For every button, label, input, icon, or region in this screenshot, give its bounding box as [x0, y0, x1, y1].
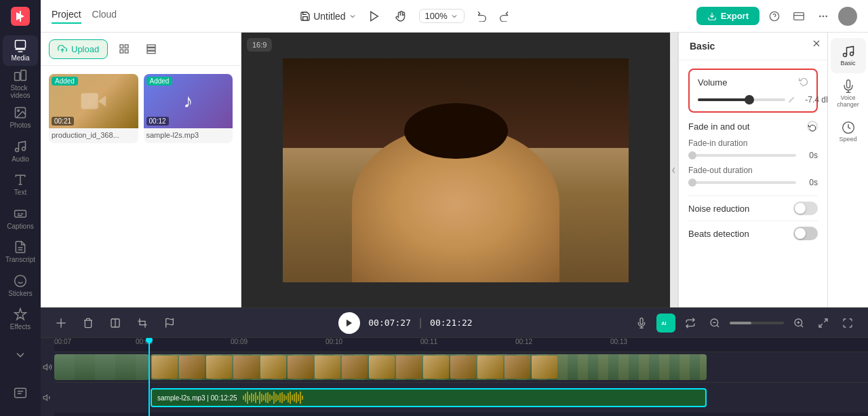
- help-btn[interactable]: [765, 7, 784, 26]
- volume-value: -7.4 dB: [797, 95, 827, 105]
- sidebar-captions-label: Captions: [7, 223, 33, 230]
- sidebar-stock-label: Stockvideos: [11, 84, 31, 99]
- preview-video: [283, 58, 629, 282]
- timeline-play-btn[interactable]: [338, 312, 360, 334]
- volume-label: Volume: [698, 77, 808, 88]
- noise-reduction-row: Noise reduction: [688, 195, 818, 221]
- video-clip-1[interactable]: [54, 354, 149, 380]
- user-avatar[interactable]: [838, 7, 857, 26]
- tab-cloud[interactable]: Cloud: [92, 9, 117, 24]
- svg-marker-14: [370, 12, 378, 21]
- track-ruler: 00:07 00:08 00:09 00:10 00:11 00:12 00:1…: [54, 338, 868, 352]
- sidebar-item-audio[interactable]: Audio: [3, 136, 38, 167]
- split-tool[interactable]: [106, 314, 125, 333]
- aspect-ratio-btn[interactable]: 16:9: [247, 38, 272, 52]
- undo-btn[interactable]: [473, 7, 492, 26]
- fade-section: Fade in and out Fade-in duration 0s: [688, 121, 818, 187]
- video-clip-main[interactable]: [151, 354, 707, 380]
- flag-tool[interactable]: [160, 314, 179, 333]
- sidebar-item-media[interactable]: Media: [3, 35, 38, 67]
- list-view-btn[interactable]: [140, 38, 162, 60]
- sidebar-item-transcript[interactable]: Transcript: [3, 237, 38, 268]
- transition-btn[interactable]: [681, 314, 700, 333]
- sidebar-subtitles-btn[interactable]: [3, 375, 38, 411]
- rt-speed-label: Speed: [839, 136, 856, 143]
- media-panel-header: Upload: [41, 33, 241, 66]
- zoom-in-btn[interactable]: [789, 314, 808, 333]
- svg-rect-9: [15, 210, 26, 217]
- svg-point-21: [823, 15, 825, 17]
- volume-slider-row: -7.4 dB: [698, 95, 808, 105]
- panel-header: Basic: [679, 33, 827, 60]
- zoom-out-btn[interactable]: [705, 314, 724, 333]
- sidebar-item-effects[interactable]: Effects: [3, 304, 38, 335]
- media-item-video[interactable]: Added 00:21 production_id_368...: [49, 74, 138, 143]
- more-btn[interactable]: [814, 7, 833, 26]
- topbar-tabs: Project Cloud: [52, 9, 117, 24]
- track-label-col: [41, 338, 54, 416]
- sidebar-item-stickers[interactable]: Stickers: [3, 270, 38, 301]
- collapse-icon: [671, 165, 677, 176]
- fit-btn[interactable]: [838, 314, 857, 333]
- preview-canvas: [241, 33, 670, 307]
- basic-icon: [842, 45, 855, 58]
- sidebar-text-label: Text: [14, 189, 26, 196]
- crop-tool[interactable]: [133, 314, 152, 333]
- properties-close-btn[interactable]: [811, 38, 822, 52]
- sidebar-item-captions[interactable]: Captions: [3, 203, 38, 234]
- microphone-btn[interactable]: [632, 314, 651, 333]
- ai-icon: AI: [660, 318, 671, 328]
- fade-in-slider[interactable]: [688, 154, 796, 157]
- left-sidebar: Media Stockvideos Photos Audio Text Capt…: [0, 0, 41, 416]
- project-name[interactable]: Untitled: [300, 11, 356, 22]
- tab-project[interactable]: Project: [52, 9, 81, 24]
- svg-point-7: [16, 148, 19, 151]
- media-item-audio[interactable]: ♪ Added 00:12 sample-l2s.mp3: [144, 74, 233, 143]
- ai-btn[interactable]: AI: [656, 314, 675, 333]
- sidebar-item-stock[interactable]: Stockvideos: [3, 69, 38, 100]
- rt-item-voice-changer[interactable]: Voice changer: [831, 76, 866, 111]
- delete-tool[interactable]: [79, 314, 98, 333]
- volume-diamond-btn[interactable]: [789, 97, 794, 102]
- preview-play-btn[interactable]: [365, 7, 384, 26]
- sidebar-item-text[interactable]: Text: [3, 170, 38, 201]
- redo-btn[interactable]: [494, 7, 513, 26]
- pan-tool-btn[interactable]: [392, 7, 411, 26]
- media-thumb-video: Added 00:21: [49, 74, 138, 128]
- ruler-mark-4: 00:11: [420, 338, 437, 345]
- fade-toggle-row: Fade in and out: [688, 121, 818, 132]
- volume-slider[interactable]: [698, 98, 785, 101]
- timeline-tracks: 00:07 00:08 00:09 00:10 00:11 00:12 00:1…: [41, 338, 868, 416]
- svg-rect-30: [147, 51, 155, 53]
- fade-in-row: Fade-in duration 0s: [688, 138, 818, 160]
- zoom-control[interactable]: 100%: [419, 9, 465, 23]
- fade-out-slider[interactable]: [688, 181, 796, 184]
- export-btn[interactable]: Export: [696, 7, 760, 25]
- trim-tool[interactable]: [52, 314, 71, 333]
- fullscreen-btn[interactable]: [814, 314, 833, 333]
- svg-rect-13: [15, 388, 26, 397]
- settings-btn[interactable]: [789, 7, 808, 26]
- beats-detection-toggle[interactable]: [793, 227, 818, 240]
- svg-rect-41: [140, 321, 145, 324]
- video-track-row: [54, 352, 868, 382]
- grid-view-btn[interactable]: [113, 38, 135, 60]
- volume-reset-btn[interactable]: [799, 77, 808, 88]
- noise-reduction-toggle[interactable]: [793, 202, 818, 215]
- ruler-mark-0: 00:07: [54, 338, 71, 345]
- panel-title: Basic: [690, 41, 715, 52]
- sidebar-collapse-btn[interactable]: [3, 337, 38, 373]
- fade-reset-btn[interactable]: [807, 121, 818, 132]
- timeline-playback: 00:07:27 | 00:21:22: [187, 312, 624, 334]
- timeline-zoom-slider[interactable]: [730, 322, 784, 324]
- sidebar-item-photos[interactable]: Photos: [3, 102, 38, 134]
- upload-btn[interactable]: Upload: [49, 39, 108, 59]
- timeline-right: AI: [632, 314, 857, 333]
- fade-out-value: 0s: [802, 178, 818, 187]
- media-grid: Added 00:21 production_id_368... ♪ Added: [41, 66, 241, 151]
- beats-detection-label: Beats detection: [688, 229, 749, 239]
- rt-item-speed[interactable]: Speed: [831, 114, 866, 149]
- audio-clip-main[interactable]: sample-l2s.mp3 | 00:12:25: [151, 388, 707, 407]
- rt-item-basic[interactable]: Basic: [831, 38, 866, 73]
- collapse-handle[interactable]: [670, 33, 678, 307]
